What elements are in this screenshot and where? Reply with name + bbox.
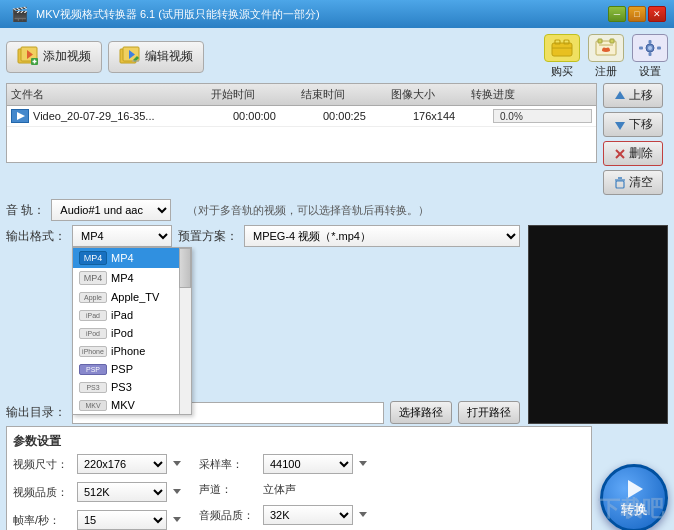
register-icon (588, 34, 624, 62)
header-starttime: 开始时间 (211, 87, 301, 102)
dropdown-label-iphone: iPhone (111, 345, 145, 357)
open-path-button[interactable]: 打开路径 (458, 401, 520, 424)
dropdown-scrollbar (179, 248, 191, 414)
close-button[interactable]: ✕ (648, 6, 666, 22)
param-select-audiobitrate[interactable]: 32K (263, 505, 353, 525)
dropdown-icon-psp: PSP (79, 364, 107, 375)
dropdown-item-ipod[interactable]: iPod iPod (73, 324, 191, 342)
param-select-samplerate[interactable]: 44100 (263, 454, 353, 474)
title-bar-left: 🎬 MKV视频格式转换器 6.1 (试用版只能转换源文件的一部分) (8, 3, 320, 25)
file-type-icon (11, 109, 29, 123)
table-row[interactable]: Video_20-07-29_16-35... 00:00:00 00:00:2… (7, 106, 596, 127)
preset-select[interactable]: MPEG-4 视频（*.mp4） (244, 225, 520, 247)
edit-video-button[interactable]: 编辑视频 (108, 41, 204, 73)
maximize-button[interactable]: □ (628, 6, 646, 22)
buy-icon (544, 34, 580, 62)
param-dropdown-icon-samplerate (357, 456, 369, 472)
file-table-container: 文件名 开始时间 结束时间 图像大小 转换进度 Vide (6, 83, 597, 195)
edit-video-icon (119, 46, 141, 68)
svg-rect-20 (649, 40, 652, 44)
dropdown-item-mp4-selected[interactable]: MP4 MP4 (73, 248, 191, 268)
svg-marker-34 (173, 489, 181, 494)
dropdown-icon-ps3: PS3 (79, 382, 107, 393)
param-select-videosize[interactable]: 220x176 (77, 454, 167, 474)
convert-play-icon (622, 477, 646, 501)
toolbar-left: 添加视频 编辑视频 (6, 41, 204, 73)
minimize-button[interactable]: ─ (608, 6, 626, 22)
param-row-audiobitrate: 音频品质： 32K (199, 505, 369, 525)
toolbar: 添加视频 编辑视频 (6, 34, 668, 79)
svg-rect-16 (598, 39, 602, 43)
dropdown-item-iphone[interactable]: iPhone iPhone (73, 342, 191, 360)
param-row-videosize: 视频尺寸： 220x176 (13, 454, 183, 474)
dropdown-label-ipad: iPad (111, 309, 133, 321)
dropdown-icon-mp4-2: MP4 (79, 271, 107, 285)
file-table: 文件名 开始时间 结束时间 图像大小 转换进度 Vide (6, 83, 597, 163)
param-dropdown-icon-bitrate (171, 484, 183, 500)
param-label-channels: 声道： (199, 482, 259, 497)
settings-icon (632, 34, 668, 62)
app-icon: 🎬 (8, 3, 30, 25)
move-up-label: 上移 (629, 87, 653, 104)
dropdown-item-appletv[interactable]: Apple Apple_TV (73, 288, 191, 306)
buy-button[interactable]: 购买 (544, 34, 580, 79)
svg-rect-17 (610, 39, 614, 43)
dropdown-label-ipod: iPod (111, 327, 133, 339)
svg-rect-21 (649, 52, 652, 56)
params-title: 参数设置 (13, 433, 585, 450)
add-video-button[interactable]: 添加视频 (6, 41, 102, 73)
register-button[interactable]: 注册 (588, 34, 624, 79)
dropdown-label-appletv: Apple_TV (111, 291, 159, 303)
convert-button[interactable]: 转换 (600, 464, 668, 531)
param-dropdown-icon-framerate (171, 512, 183, 528)
move-down-button[interactable]: 下移 (603, 112, 663, 137)
preset-label: 预置方案： (178, 228, 238, 245)
dropdown-item-mkv[interactable]: MKV MKV (73, 396, 191, 414)
svg-rect-30 (616, 181, 624, 188)
dropdown-icon-mp4-1: MP4 (79, 251, 107, 265)
choose-path-button[interactable]: 选择路径 (390, 401, 452, 424)
params-right-col: 采样率： 44100 声道： 立体声 (199, 454, 369, 530)
param-select-framerate[interactable]: 15 (77, 510, 167, 530)
svg-marker-37 (359, 461, 367, 466)
move-up-button[interactable]: 上移 (603, 83, 663, 108)
dropdown-icon-ipad: iPad (79, 310, 107, 321)
param-dropdown-icon-videosize (171, 456, 183, 472)
clear-button[interactable]: 清空 (603, 170, 663, 195)
preset-row-inline: 预置方案： MPEG-4 视频（*.mp4） (178, 225, 520, 247)
dropdown-item-mp4[interactable]: MP4 MP4 (73, 268, 191, 288)
dropdown-item-psp[interactable]: PSP PSP (73, 360, 191, 378)
add-video-label: 添加视频 (43, 48, 91, 65)
title-text: MKV视频格式转换器 6.1 (试用版只能转换源文件的一部分) (36, 7, 320, 22)
dropdown-scrollbar-thumb (179, 248, 191, 288)
param-label-framerate: 帧率/秒： (13, 513, 73, 528)
param-label-videobitrate: 视频品质： (13, 485, 73, 500)
dropdown-item-ipad[interactable]: iPad iPad (73, 306, 191, 324)
register-label: 注册 (595, 64, 617, 79)
edit-video-label: 编辑视频 (145, 48, 193, 65)
param-label-audiobitrate: 音频品质： (199, 508, 259, 523)
audio-track-note: （对于多音轨的视频，可以选择音轨后再转换。） (187, 203, 429, 218)
left-config: 输出格式： MP4 MP4 MP4 MP4 MP4 (6, 225, 520, 424)
delete-label: 删除 (629, 145, 653, 162)
file-table-header: 文件名 开始时间 结束时间 图像大小 转换进度 (7, 84, 596, 106)
delete-button[interactable]: 删除 (603, 141, 663, 166)
param-select-videobitrate[interactable]: 512K (77, 482, 167, 502)
audio-track-row: 音 轨： Audio#1 und aac （对于多音轨的视频，可以选择音轨后再转… (6, 199, 668, 221)
param-row-framerate: 帧率/秒： 15 (13, 510, 183, 530)
dropdown-item-ps3[interactable]: PS3 PS3 (73, 378, 191, 396)
format-dropdown: MP4 MP4 MP4 MP4 Apple Apple_TV (72, 247, 192, 415)
svg-rect-12 (564, 40, 569, 44)
audio-track-select[interactable]: Audio#1 und aac (51, 199, 171, 221)
output-format-select[interactable]: MP4 (72, 225, 172, 247)
param-label-samplerate: 采样率： (199, 457, 259, 472)
settings-button[interactable]: 设置 (632, 34, 668, 79)
svg-point-19 (648, 46, 652, 50)
audio-track-label: 音 轨： (6, 202, 45, 219)
buy-label: 购买 (551, 64, 573, 79)
output-format-label: 输出格式： (6, 228, 66, 245)
cell-endtime: 00:00:25 (323, 110, 413, 122)
add-video-icon (17, 46, 39, 68)
svg-marker-35 (173, 517, 181, 522)
dropdown-icon-iphone: iPhone (79, 346, 107, 357)
